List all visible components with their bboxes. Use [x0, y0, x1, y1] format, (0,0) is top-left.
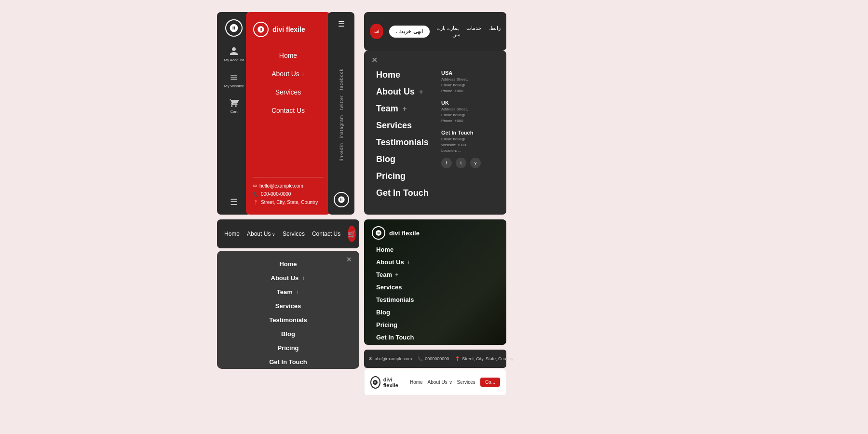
nature-get-in-touch-link[interactable]: Get In Touch	[376, 334, 494, 341]
bottom-contact-link[interactable]: Contact Us	[312, 231, 340, 237]
sidebar-logo	[225, 19, 243, 37]
bottom-logo-nav-bar: divi flexile Home About Us ∨ Services Co…	[364, 369, 506, 395]
sidebar-my-account[interactable]: My Account	[224, 46, 244, 63]
usa-section: USA Address Street,Email: hello@Phone: +…	[441, 70, 494, 94]
ld-home-link[interactable]: Home	[376, 70, 434, 80]
social-bar-logo	[334, 192, 349, 207]
sidebar-icons: My Account My Wishlist Cart	[224, 46, 244, 197]
sidebar-cart[interactable]: Cart	[229, 98, 239, 114]
ld-about-link[interactable]: About Us +	[376, 87, 434, 97]
cart-button[interactable]: 🛒	[348, 226, 356, 242]
bottom-cta-button[interactable]: Co...	[480, 378, 500, 387]
fb-social-icon[interactable]: f	[441, 158, 452, 168]
usa-label: USA	[441, 70, 494, 76]
red-services-link[interactable]: Services	[275, 88, 301, 96]
linkedin-link[interactable]: linkedin	[339, 143, 344, 162]
bottom-home-link[interactable]: Home	[224, 231, 240, 237]
dark-popup-menu: ✕ Home About Us + Team + Services Testim…	[217, 251, 359, 369]
close-button[interactable]: ✕	[371, 55, 378, 65]
popup-testimonials-link[interactable]: Testimonials	[269, 316, 307, 324]
bottom-brand-name: divi flexile	[383, 377, 403, 388]
popup-blog-link[interactable]: Blog	[281, 330, 295, 338]
rtl-nav-link-2[interactable]: خدمات	[466, 25, 482, 38]
rtl-cta-button[interactable]: ابھی خریدنے	[389, 26, 429, 38]
footer-location-icon: 📍	[455, 356, 460, 361]
sidebar-my-wishlist[interactable]: My Wishlist	[224, 72, 244, 89]
nature-testimonials-link[interactable]: Testimonials	[376, 296, 494, 303]
red-home-link[interactable]: Home	[279, 52, 297, 59]
bottom-logo-services-link[interactable]: Services	[457, 380, 475, 385]
rtl-flag: اف	[370, 24, 383, 39]
uk-section: UK Address Street,Email: hello@Phone: +0…	[441, 100, 494, 124]
red-address: 📍 Street, City, State, Country	[253, 200, 323, 205]
large-dark-nav: Home About Us + Team + Services Testimon…	[376, 60, 434, 205]
bottom-nav-bar: Home About Us Services Contact Us 🛒	[217, 219, 359, 248]
social-bar-panel: ☰ facebook twitter instagram linkedin	[328, 12, 354, 215]
popup-about-link[interactable]: About Us +	[271, 274, 306, 282]
footer-email: ✉ abc@example.com	[369, 356, 412, 361]
footer-address: 📍 Street, City, State, Country	[455, 356, 513, 361]
popup-pricing-link[interactable]: Pricing	[277, 344, 298, 352]
rtl-nav-link-3[interactable]: رابطہ	[488, 25, 501, 38]
social-links: facebook twitter instagram linkedin	[328, 38, 354, 192]
phone-icon: 📞	[253, 192, 258, 197]
red-menu-contact: ✉ hello@example.com 📞 000-000-0000 📍 Str…	[253, 177, 323, 205]
twitter-link[interactable]: twitter	[339, 95, 344, 110]
popup-services-link[interactable]: Services	[275, 302, 301, 310]
nature-divi-icon	[375, 230, 382, 236]
instagram-link[interactable]: instagram	[339, 115, 344, 138]
rtl-header-panel: اف ابھی خریدنے رابطہ خدمات ہمارے بارے می…	[364, 12, 506, 51]
social-divi-icon	[338, 196, 345, 203]
footer-phone-icon: 📞	[418, 356, 423, 361]
ld-blog-link[interactable]: Blog	[376, 154, 434, 164]
rtl-nav-links: رابطہ خدمات ہمارے بارے میں	[435, 25, 501, 38]
popup-get-in-touch-link[interactable]: Get In Touch	[269, 358, 307, 366]
hamburger-menu-icon[interactable]: ☰	[230, 197, 238, 207]
popup-team-link[interactable]: Team +	[277, 288, 299, 296]
nature-bg-panel: divi flexile Home About Us + Team + Serv…	[364, 219, 506, 345]
red-about-link[interactable]: About Us +	[271, 70, 305, 78]
nature-about-link[interactable]: About Us +	[376, 258, 494, 266]
divi-logo-icon	[229, 23, 239, 33]
location-icon: 📍	[253, 200, 258, 205]
nature-logo-icon	[372, 226, 385, 240]
bottom-divi-icon	[372, 380, 378, 385]
popup-home-link[interactable]: Home	[279, 260, 297, 268]
get-in-touch-section: Get In Touch Email: hello@Website: +000L…	[441, 130, 494, 168]
email-icon: ✉	[253, 184, 257, 189]
ld-pricing-link[interactable]: Pricing	[376, 171, 434, 181]
popup-close-button[interactable]: ✕	[346, 256, 352, 263]
red-brand-name: divi flexile	[272, 26, 305, 33]
footer-bar: ✉ abc@example.com 📞 0000000000 📍 Street,…	[364, 350, 506, 368]
nature-services-link[interactable]: Services	[376, 284, 494, 291]
bottom-logo-home-link[interactable]: Home	[410, 380, 423, 385]
uk-address: Address Street,Email: hello@Phone: +000	[441, 107, 494, 124]
red-email: ✉ hello@example.com	[253, 183, 323, 189]
bottom-about-link[interactable]: About Us	[247, 231, 275, 237]
yt-social-icon[interactable]: y	[470, 158, 481, 168]
nature-pricing-link[interactable]: Pricing	[376, 321, 494, 328]
red-menu-panel: divi flexile Home About Us + Services Co…	[246, 12, 330, 215]
nature-home-link[interactable]: Home	[376, 246, 494, 253]
ld-testimonials-link[interactable]: Testimonials	[376, 137, 434, 148]
large-dark-dropdown-panel: ✕ Home About Us + Team + Services Testim…	[364, 51, 506, 215]
bottom-logo-about-link[interactable]: About Us ∨	[428, 380, 452, 385]
nature-brand-name: divi flexile	[389, 230, 420, 237]
rtl-nav-link-1[interactable]: ہمارے بارے میں	[435, 25, 461, 38]
ld-team-link[interactable]: Team +	[376, 104, 434, 114]
get-in-touch-detail: Email: hello@Website: +000Location: ...	[441, 136, 494, 154]
tw-social-icon[interactable]: t	[456, 158, 466, 168]
nature-nav: Home About Us + Team + Services Testimon…	[364, 244, 506, 343]
hamburger-top-icon[interactable]: ☰	[338, 19, 345, 28]
red-contact-link[interactable]: Contact Us	[271, 107, 305, 114]
facebook-link[interactable]: facebook	[339, 68, 344, 90]
bottom-logo-icon	[370, 376, 380, 389]
red-phone: 📞 000-000-0000	[253, 191, 323, 197]
ld-get-in-touch-link[interactable]: Get In Touch	[376, 188, 434, 198]
footer-phone: 📞 0000000000	[418, 356, 449, 361]
nature-blog-link[interactable]: Blog	[376, 309, 494, 316]
cart-icon: 🛒	[348, 230, 356, 238]
bottom-services-link[interactable]: Services	[283, 231, 305, 237]
ld-services-link[interactable]: Services	[376, 121, 434, 131]
nature-team-link[interactable]: Team +	[376, 271, 494, 278]
